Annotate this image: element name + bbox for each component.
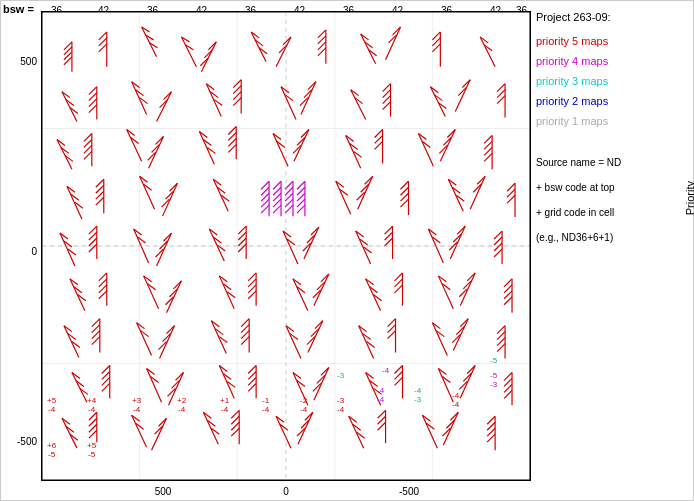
svg-line-212 [448,179,463,211]
svg-line-443 [152,418,167,450]
cell-label-r2-1: +5-4 [47,397,56,415]
svg-line-288 [173,281,181,289]
legend-p3: priority 3 maps [536,75,691,87]
svg-line-235 [157,233,172,266]
svg-line-168 [163,183,178,216]
x-axis: 500 0 -500 [41,486,531,500]
svg-line-440 [132,415,147,447]
main-container: bsw = 36 42 36 42 36 42 36 42 36 42 36 5… [0,0,694,501]
svg-line-300 [293,279,308,311]
svg-line-116 [149,136,164,168]
svg-line-239 [209,229,224,261]
cell-label-r3-2: -4 [382,367,389,385]
legend-p2: priority 2 maps [536,95,691,107]
legend-area: Project 263-09: priority 5 maps priority… [536,11,691,481]
svg-line-50 [480,37,495,67]
svg-line-148 [447,129,455,137]
svg-line-266 [450,226,465,259]
y-label-neg500: -500 [17,436,37,447]
svg-line-147 [440,129,455,161]
svg-line-444 [159,418,167,426]
svg-line-85 [351,90,366,120]
cell-label-r2-4: +2-4 [177,397,186,415]
svg-line-307 [366,279,381,311]
svg-line-104 [57,139,72,169]
cell-label-r2-11: -4-4 [452,392,459,410]
svg-line-132 [294,129,309,161]
cell-label-r2-2: +4-4 [87,397,96,415]
legend-source-line1: Source name = ND [536,155,691,170]
svg-line-371 [460,319,468,327]
svg-line-370 [453,319,468,351]
svg-line-339 [160,326,175,359]
cell-label-r3-3: -5 [490,357,497,375]
svg-line-455 [276,416,291,448]
svg-line-303 [314,274,329,306]
cell-label-r2-12: -5-3 [490,372,497,390]
cell-label-r2-8: -3-4 [337,397,344,415]
svg-line-98 [462,80,470,88]
y-label-0: 0 [31,246,37,257]
vector-field-svg [42,12,530,480]
svg-line-446 [203,412,218,444]
svg-line-327 [64,326,79,358]
cell-label-r2-5: +1-4 [220,397,229,415]
svg-line-275 [70,279,85,311]
legend-source-line3: + grid code in cell [536,205,691,220]
svg-line-356 [315,321,323,329]
svg-line-31 [276,37,291,67]
svg-line-196 [213,179,228,211]
priority-label: Priority [684,181,694,215]
svg-line-407 [314,367,329,400]
y-label-500: 500 [20,56,37,67]
cell-label-r2-3: +3-4 [132,397,141,415]
cell-label-r2-9: -4-4 [377,387,384,405]
cell-label-r2-10: -4-3 [414,387,421,405]
svg-line-203 [358,176,373,209]
svg-line-133 [301,129,309,137]
y-axis: 500 0 -500 [1,11,39,481]
legend-project: Project 263-09: [536,11,691,23]
x-label-neg500: -500 [399,486,419,497]
cell-label-1: +6-5 [47,442,56,460]
svg-line-81 [301,82,316,115]
x-label-500: 500 [155,486,172,497]
svg-line-43 [386,27,401,60]
svg-line-422 [460,365,475,398]
legend-source-line2: + bsw code at top [536,180,691,195]
svg-line-287 [167,281,182,313]
svg-line-23 [201,42,216,72]
legend-source-example: (e.g., ND36+6+1) [536,230,691,245]
svg-line-304 [321,274,329,282]
cell-label-2: +5-5 [87,442,96,460]
svg-line-318 [460,273,475,306]
svg-line-431 [62,418,77,448]
svg-line-66 [157,92,172,122]
svg-line-462 [349,416,364,448]
legend-p5: priority 5 maps [536,35,691,47]
svg-line-252 [311,227,319,235]
cell-label-r2-7: -2-4 [300,397,307,415]
svg-line-53 [62,92,77,122]
legend-p4: priority 4 maps [536,55,691,67]
svg-line-117 [156,136,164,144]
legend-p1: priority 1 maps [536,115,691,127]
svg-line-216 [470,176,485,209]
svg-line-379 [72,372,87,402]
chart-area: +6-5 +5-5 +5-4 +4-4 +3-4 +2-4 +1-4 -1-4 … [41,11,531,481]
svg-line-97 [455,80,470,112]
svg-line-27 [251,32,266,62]
svg-line-39 [361,34,376,64]
svg-line-473 [443,412,458,445]
svg-line-251 [304,227,319,259]
cell-label-r2-6: -1-4 [262,397,269,415]
svg-line-458 [298,412,313,444]
x-label-0: 0 [283,486,289,497]
cell-label-r3-1: -3 [337,372,344,390]
svg-line-355 [308,321,323,353]
